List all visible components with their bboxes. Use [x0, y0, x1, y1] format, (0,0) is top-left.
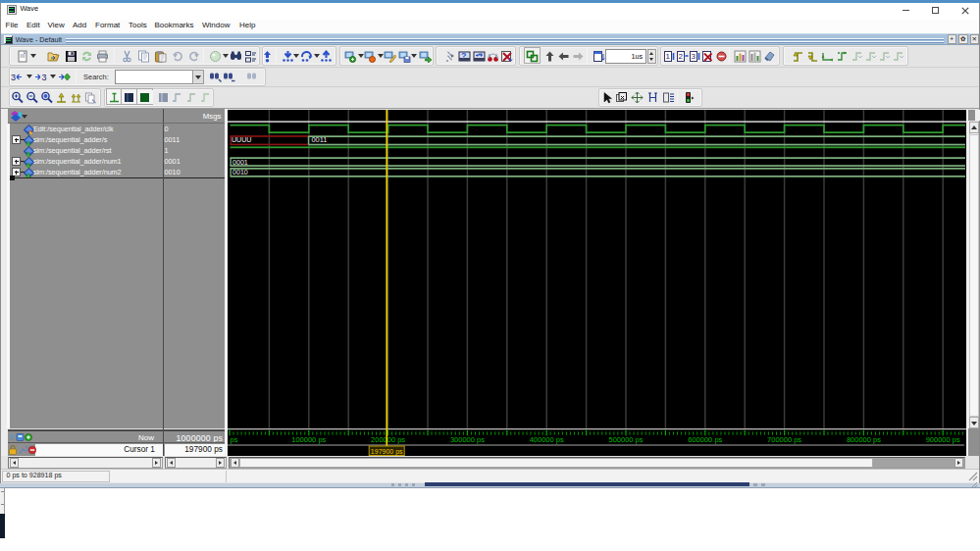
svg-text:500000 ps: 500000 ps: [608, 435, 643, 444]
svg-text:0001: 0001: [232, 159, 248, 167]
svg-text:UUUU: UUUU: [232, 136, 252, 144]
svg-text:A: A: [29, 129, 32, 134]
svg-text:0011: 0011: [312, 135, 328, 144]
svg-text:700000 ps: 700000 ps: [767, 435, 801, 444]
svg-text:900000 ps: 900000 ps: [926, 435, 960, 444]
svg-text:200000 ps: 200000 ps: [371, 435, 405, 444]
svg-text:3: 3: [42, 73, 47, 82]
svg-text:1: 1: [666, 52, 671, 61]
svg-text:100000 ps: 100000 ps: [291, 435, 326, 444]
svg-text:ps: ps: [231, 435, 238, 444]
svg-text:800000 ps: 800000 ps: [847, 435, 881, 444]
svg-text:400000 ps: 400000 ps: [530, 435, 564, 444]
svg-text:?: ?: [461, 51, 467, 61]
svg-text:3: 3: [692, 52, 696, 61]
svg-text:2: 2: [679, 52, 684, 61]
svg-text:0010: 0010: [232, 169, 248, 176]
svg-text:600000 ps: 600000 ps: [688, 435, 722, 444]
svg-text:300000 ps: 300000 ps: [450, 435, 485, 444]
svg-text:197900 ps: 197900 ps: [371, 448, 403, 456]
svg-text:3: 3: [11, 73, 16, 82]
